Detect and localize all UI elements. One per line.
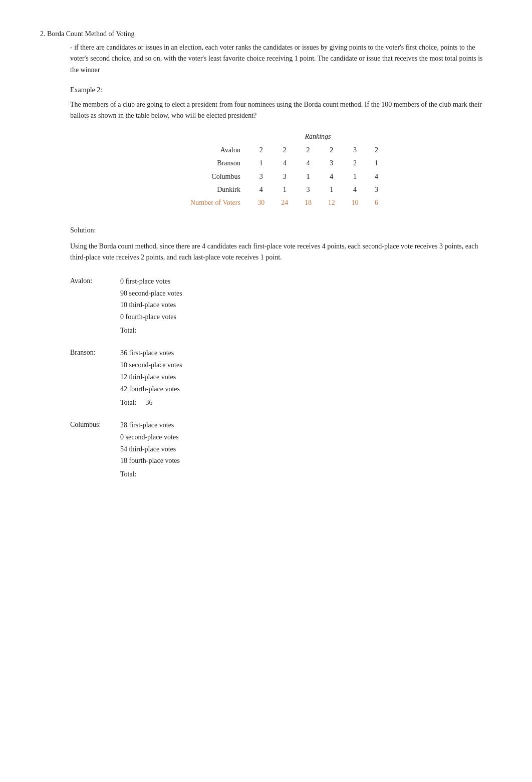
solution-block: Solution: Using the Borda count method, … [70,225,492,480]
intro-text: - if there are candidates or issues in a… [70,42,492,76]
vote-line: 28 first-place votes [120,419,492,431]
candidate-name-dunkirk: Dunkirk [176,183,249,196]
vote-line: 90 second-place votes [120,288,492,300]
candidate-block-avalon: Avalon: 0 first-place votes 90 second-pl… [70,276,492,337]
cell: 3 [367,183,386,196]
voters-cell: 24 [273,196,297,209]
cell: 1 [249,157,273,170]
vote-line: 54 third-place votes [120,443,492,455]
cell: 1 [343,170,367,183]
candidate-name-branson: Branson [176,157,249,170]
cell: 2 [343,157,367,170]
cell: 3 [297,183,320,196]
rankings-table-container: Rankings Avalon 2 2 2 2 3 2 Branson 1 [70,130,492,209]
candidate-block-columbus: Columbus: 28 first-place votes 0 second-… [70,419,492,480]
cell: 4 [297,157,320,170]
cell: 4 [343,183,367,196]
cand-name-branson: Branson: [70,347,120,358]
vote-line: 0 fourth-place votes [120,311,492,323]
cell: 2 [249,144,273,157]
voters-label: Number of Voters [176,196,249,209]
cell: 3 [320,157,343,170]
solution-text: Using the Borda count method, since ther… [70,241,492,264]
candidate-name-columbus: Columbus [176,170,249,183]
cell: 2 [320,144,343,157]
table-row-voters: Number of Voters 30 24 18 12 10 6 [176,196,386,209]
cell: 3 [343,144,367,157]
total-label-branson: Total: [120,397,136,408]
cell: 3 [249,170,273,183]
example-block: Example 2: The members of a club are goi… [70,85,492,210]
table-row: Columbus 3 3 1 4 1 4 [176,170,386,183]
example-text: The members of a club are going to elect… [70,99,492,122]
total-label-columbus: Total: [120,469,136,480]
cell: 4 [273,157,297,170]
cand-details-avalon: 0 first-place votes 90 second-place vote… [120,276,492,337]
table-row: Dunkirk 4 1 3 1 4 3 [176,183,386,196]
cand-details-branson: 36 first-place votes 10 second-place vot… [120,347,492,408]
total-label-avalon: Total: [120,325,136,336]
voters-cell: 30 [249,196,273,209]
table-row: Avalon 2 2 2 2 3 2 [176,144,386,157]
cell: 4 [367,170,386,183]
section-title: 2. Borda Count Method of Voting [40,30,492,38]
cell: 1 [297,170,320,183]
cell: 2 [367,144,386,157]
table-row: Branson 1 4 4 3 2 1 [176,157,386,170]
vote-line: 0 second-place votes [120,431,492,443]
cand-name-avalon: Avalon: [70,276,120,287]
vote-line: 10 second-place votes [120,359,492,371]
col-header-rankings: Rankings [249,130,386,143]
vote-line: 0 first-place votes [120,276,492,288]
cell: 1 [273,183,297,196]
vote-line: 36 first-place votes [120,347,492,359]
vote-line: 10 third-place votes [120,299,492,311]
cell: 1 [367,157,386,170]
cand-name-columbus: Columbus: [70,419,120,430]
cell: 4 [249,183,273,196]
example-label: Example 2: [70,85,492,96]
total-value-branson: 36 [145,397,152,408]
cell: 4 [320,170,343,183]
vote-line: 42 fourth-place votes [120,383,492,395]
voters-cell: 18 [297,196,320,209]
total-row-branson: Total: 36 [120,397,492,408]
vote-line: 18 fourth-place votes [120,455,492,467]
candidate-block-branson: Branson: 36 first-place votes 10 second-… [70,347,492,408]
candidate-name-avalon: Avalon [176,144,249,157]
vote-line: 12 third-place votes [120,371,492,383]
rankings-table: Rankings Avalon 2 2 2 2 3 2 Branson 1 [176,130,386,209]
solution-label: Solution: [70,225,492,236]
cell: 2 [297,144,320,157]
cand-details-columbus: 28 first-place votes 0 second-place vote… [120,419,492,480]
col-header-empty [176,130,249,143]
intro-paragraph: - if there are candidates or issues in a… [70,42,492,76]
total-row-avalon: Total: [120,325,492,336]
cell: 1 [320,183,343,196]
total-row-columbus: Total: [120,469,492,480]
voters-cell: 6 [367,196,386,209]
voters-cell: 12 [320,196,343,209]
voters-cell: 10 [343,196,367,209]
cell: 2 [273,144,297,157]
cell: 3 [273,170,297,183]
